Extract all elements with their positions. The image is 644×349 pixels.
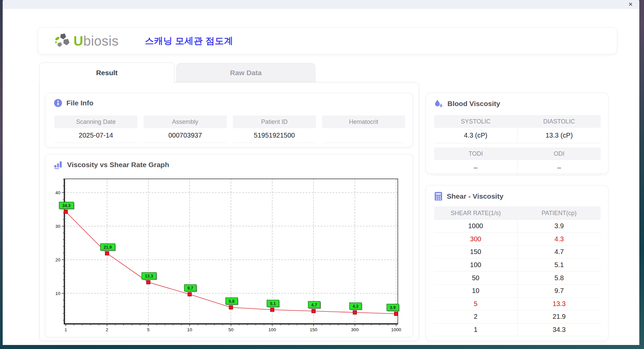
shear-viscosity-card: Shear - Viscosity SHEAR RATE(1/s)PATIENT… [426,185,608,341]
svg-text:2: 2 [106,327,108,332]
ubiosis-logo-icon [54,33,71,49]
table-row: 513.3 [434,298,601,311]
table-row: 10003.9 [434,220,601,233]
bv-row-gap [434,143,601,147]
shear-viscosity-title: Shear - Viscosity [447,192,503,200]
table-cell: 21.9 [518,310,601,323]
file-info-field: Scanning Date2025-07-14 [54,115,138,143]
header-card: Ubiosis 스캐닝 모세관 점도계 [38,28,617,54]
svg-text:4.7: 4.7 [311,303,317,307]
file-info-field: Assembly000703937 [144,115,227,143]
table-cell: 34.3 [518,323,601,336]
blood-viscosity-title: Blood Viscosity [447,100,500,108]
file-info-field-value: 000703937 [144,128,227,143]
table-cell: 150 [434,246,518,258]
bv-header-cell: TODI [434,147,518,160]
shear-header-cell: SHEAR RATE(1/s) [434,206,518,220]
bv-header-cell: ODI [518,147,601,160]
svg-text:5.8: 5.8 [229,299,234,304]
result-panel: File Info Scanning Date2025-07-14Assembl… [39,82,419,341]
table-cell: 1 [434,323,518,336]
svg-text:150: 150 [310,327,317,332]
graph-card: Viscosity vs Shear Rate Graph 1020304012… [45,154,413,337]
table-cell: 1000 [434,220,518,233]
shear-header-cell: PATIENT(cp) [518,206,601,220]
svg-text:4.3: 4.3 [353,304,358,309]
svg-text:34.3: 34.3 [62,203,70,208]
file-info-title: File Info [66,99,94,107]
bv-value-cell: 4.3 (cP) [434,128,518,143]
table-row: 1504.7 [434,246,601,259]
close-icon: × [629,0,633,9]
table-cell: 3.9 [518,220,601,233]
svg-text:20: 20 [55,257,60,262]
file-info-field: Patient ID51951921500 [233,115,316,143]
file-info-field-label: Hematocrit [322,115,405,128]
table-row: 1005.1 [434,259,601,272]
table-cell: 9.7 [518,285,601,297]
close-button[interactable]: × [626,0,635,8]
tab-raw-data-label: Raw Data [230,69,262,77]
page-title: 스캐닝 모세관 점도계 [145,35,233,47]
table-cell: 50 [434,271,518,284]
info-icon [54,99,62,107]
svg-text:9.7: 9.7 [187,286,193,291]
tab-raw-data[interactable]: Raw Data [176,63,315,82]
file-info-field-value: 51951921500 [233,128,316,143]
shear-viscosity-header: Shear - Viscosity [434,192,503,201]
file-info-field-label: Scanning Date [54,115,138,128]
file-info-grid: Scanning Date2025-07-14Assembly000703937… [54,115,405,143]
svg-text:10: 10 [55,291,60,296]
file-info-field-label: Assembly [144,115,227,128]
file-info-field-value: 2025-07-14 [54,128,138,143]
table-row: 221.9 [434,310,601,323]
svg-text:30: 30 [55,224,60,229]
logo-text: Ubiosis [73,34,119,48]
logo-text-rest: biosis [83,34,118,48]
bv-value-cell: – [518,160,601,175]
tab-result[interactable]: Result [39,62,174,83]
table-row: 134.3 [434,323,601,337]
blood-viscosity-table: SYSTOLICDIASTOLIC4.3 (cP)13.3 (cP)TODIOD… [434,115,601,176]
table-cell: 300 [434,233,518,246]
svg-text:40: 40 [55,190,60,195]
graph-title: Viscosity vs Shear Rate Graph [67,161,169,169]
bar-chart-icon [54,160,63,169]
bv-header-cell: SYSTOLIC [434,115,518,128]
svg-text:100: 100 [268,327,276,332]
table-cell: 5.8 [518,271,601,284]
svg-text:5: 5 [147,327,150,332]
svg-text:13.3: 13.3 [145,274,153,279]
table-cell: 13.3 [518,298,601,310]
app-window: × Ubiosis 스캐닝 모세관 점도계 Result Raw Data [3,0,639,345]
table-cell: 5 [434,298,518,310]
bv-value-row: –– [434,160,601,176]
svg-text:1: 1 [64,327,67,332]
calculator-icon [434,192,443,201]
file-info-header: File Info [54,99,94,107]
svg-text:10: 10 [187,327,192,332]
blood-viscosity-card: Blood Viscosity SYSTOLICDIASTOLIC4.3 (cP… [426,93,608,174]
logo-text-u: U [73,34,83,48]
table-cell: 4.3 [518,233,601,246]
svg-text:50: 50 [228,327,233,332]
bv-header-row: TODIODI [434,147,601,160]
table-cell: 5.1 [518,259,601,271]
table-row: 505.8 [434,271,601,285]
svg-text:3.9: 3.9 [390,305,395,310]
table-cell: 10 [434,285,518,297]
bv-value-cell: 13.3 (cP) [518,128,601,143]
svg-text:300: 300 [351,327,359,332]
title-bar: × [3,0,639,9]
table-cell: 2 [434,310,518,323]
shear-viscosity-table: SHEAR RATE(1/s)PATIENT(cp)10003.93004.31… [434,206,601,336]
file-info-field: Hematocrit [322,115,405,143]
shear-header-row: SHEAR RATE(1/s)PATIENT(cp) [434,206,601,220]
table-cell: 100 [434,259,518,271]
file-info-card: File Info Scanning Date2025-07-14Assembl… [45,93,413,147]
file-info-field-value [322,128,405,143]
svg-text:1000: 1000 [391,327,401,332]
bv-value-row: 4.3 (cP)13.3 (cP) [434,128,601,143]
svg-text:5.1: 5.1 [270,301,276,306]
blood-viscosity-header: Blood Viscosity [434,99,500,108]
